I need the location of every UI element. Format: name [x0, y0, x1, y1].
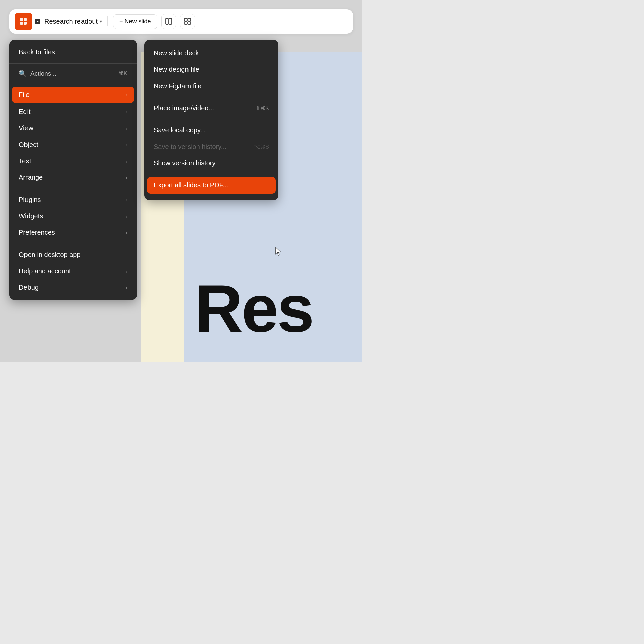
svg-rect-9 — [188, 22, 191, 24]
submenu-divider-3 — [144, 174, 278, 174]
menu-search-row[interactable]: 🔍 Actions... ⌘K — [9, 66, 137, 81]
submenu-place-image-shortcut: ⇧⌘K — [256, 105, 269, 111]
menu-search-text: Actions... — [30, 70, 115, 77]
menu-divider-1 — [9, 63, 137, 64]
menu-item-debug[interactable]: Debug › — [9, 279, 137, 296]
svg-rect-4 — [166, 18, 168, 24]
menu-item-text-label: Text — [19, 157, 31, 165]
search-shortcut: ⌘K — [118, 70, 127, 77]
menu-item-object-label: Object — [19, 141, 38, 149]
submenu-new-design-file-label: New design file — [154, 66, 199, 73]
menu-item-view-chevron: › — [126, 126, 127, 131]
svg-rect-2 — [20, 22, 23, 25]
menu-item-preferences-chevron: › — [126, 230, 127, 235]
submenu-save-local[interactable]: Save local copy... — [144, 122, 278, 139]
submenu-new-figjam-label: New FigJam file — [154, 82, 201, 90]
menu-item-plugins-chevron: › — [126, 197, 127, 203]
svg-rect-1 — [24, 18, 27, 21]
menu-item-object[interactable]: Object › — [9, 137, 137, 153]
menu-item-edit[interactable]: Edit › — [9, 104, 137, 120]
menu-item-text[interactable]: Text › — [9, 153, 137, 169]
menu-item-view[interactable]: View › — [9, 120, 137, 137]
svg-rect-6 — [184, 18, 187, 21]
menu-item-help[interactable]: Help and account › — [9, 263, 137, 279]
figma-logo-button[interactable] — [15, 13, 32, 30]
back-to-files-item[interactable]: Back to files — [9, 44, 137, 61]
panel-layout-button[interactable] — [161, 14, 176, 29]
menu-item-edit-chevron: › — [126, 109, 127, 115]
menu-item-help-label: Help and account — [19, 267, 71, 275]
menu-item-debug-label: Debug — [19, 284, 39, 291]
submenu-save-local-label: Save local copy... — [154, 126, 206, 134]
grid-view-button[interactable] — [180, 14, 195, 29]
menu-item-file[interactable]: File › — [12, 87, 134, 103]
submenu-show-version-label: Show version history — [154, 159, 216, 167]
logo-group — [15, 13, 40, 30]
submenu-new-design-file[interactable]: New design file — [144, 61, 278, 78]
menu-divider-2 — [9, 84, 137, 84]
svg-rect-3 — [24, 22, 27, 25]
toolbar-divider — [107, 16, 108, 26]
submenu-export-pdf-label: Export all slides to PDF... — [154, 181, 228, 189]
submenu-place-image[interactable]: Place image/video... ⇧⌘K — [144, 100, 278, 116]
file-submenu: New slide deck New design file New FigJa… — [144, 40, 278, 200]
menu-item-arrange-label: Arrange — [19, 174, 43, 181]
slide-big-text: Res — [195, 275, 313, 342]
menu-item-file-label: File — [19, 91, 30, 99]
main-menu: Back to files 🔍 Actions... ⌘K File › Edi… — [9, 40, 137, 300]
menu-item-widgets[interactable]: Widgets › — [9, 208, 137, 224]
submenu-divider-2 — [144, 119, 278, 119]
submenu-divider-1 — [144, 97, 278, 97]
menu-item-plugins-label: Plugins — [19, 196, 41, 204]
menu-item-help-chevron: › — [126, 269, 127, 274]
svg-rect-5 — [169, 18, 172, 24]
file-title[interactable]: Research readout ▾ — [44, 18, 102, 25]
search-icon: 🔍 — [19, 70, 27, 77]
menu-item-object-chevron: › — [126, 142, 127, 148]
menu-item-plugins[interactable]: Plugins › — [9, 192, 137, 208]
submenu-save-version: Save to version history... ⌥⌘S — [144, 139, 278, 155]
menu-item-widgets-label: Widgets — [19, 212, 43, 220]
submenu-export-pdf[interactable]: Export all slides to PDF... — [147, 177, 276, 194]
menu-item-arrange[interactable]: Arrange › — [9, 169, 137, 186]
menu-item-desktop-label: Open in desktop app — [19, 251, 81, 259]
file-title-text: Research readout — [44, 18, 98, 25]
submenu-save-version-label: Save to version history... — [154, 143, 227, 151]
menu-item-preferences[interactable]: Preferences › — [9, 224, 137, 241]
menu-item-widgets-chevron: › — [126, 214, 127, 219]
logo-dropdown-button[interactable] — [35, 19, 40, 24]
submenu-new-slide-deck[interactable]: New slide deck — [144, 45, 278, 61]
submenu-save-version-shortcut: ⌥⌘S — [254, 144, 269, 150]
menu-item-desktop[interactable]: Open in desktop app — [9, 247, 137, 263]
menu-item-edit-label: Edit — [19, 108, 30, 116]
back-to-files-label: Back to files — [19, 48, 55, 56]
svg-rect-0 — [20, 18, 23, 21]
submenu-show-version[interactable]: Show version history — [144, 155, 278, 171]
menu-item-view-label: View — [19, 124, 33, 132]
menu-item-debug-chevron: › — [126, 285, 127, 290]
file-title-chevron-icon: ▾ — [100, 19, 102, 24]
menu-divider-4 — [9, 244, 137, 244]
menu-divider-3 — [9, 189, 137, 189]
menu-item-text-chevron: › — [126, 159, 127, 164]
submenu-new-slide-deck-label: New slide deck — [154, 49, 199, 57]
toolbar: Research readout ▾ + New slide — [9, 9, 353, 34]
svg-rect-7 — [188, 18, 191, 21]
menu-item-preferences-label: Preferences — [19, 229, 55, 236]
new-slide-button[interactable]: + New slide — [113, 14, 157, 29]
submenu-place-image-label: Place image/video... — [154, 104, 214, 112]
svg-rect-8 — [184, 22, 187, 24]
menu-item-arrange-chevron: › — [126, 175, 127, 180]
submenu-new-figjam[interactable]: New FigJam file — [144, 78, 278, 94]
menu-item-file-chevron: › — [126, 92, 127, 98]
